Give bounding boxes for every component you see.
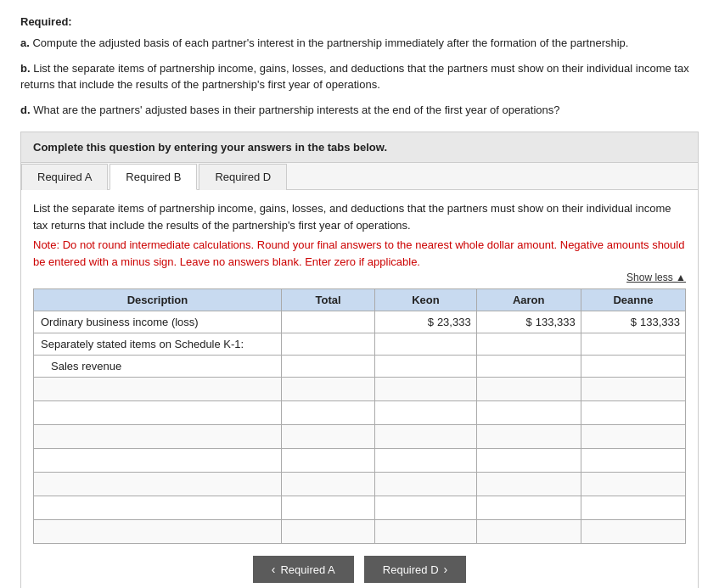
row-deanne-ordinary: $ 133,333 (581, 311, 685, 333)
input-total-e7[interactable] (282, 520, 374, 543)
input-total-e2[interactable] (282, 401, 374, 424)
input-total-e5[interactable] (282, 473, 374, 496)
input-keon-e5[interactable] (375, 473, 475, 496)
input-keon-e6[interactable] (375, 496, 475, 519)
input-total-e4[interactable] (282, 449, 374, 472)
input-keon-e1[interactable] (375, 378, 475, 400)
input-aaron-separate[interactable] (477, 333, 581, 355)
row-keon-separate[interactable] (375, 333, 476, 356)
input-keon-e4[interactable] (375, 449, 475, 472)
input-total-e1[interactable] (282, 378, 374, 400)
input-keon-e2[interactable] (375, 401, 475, 424)
input-aaron-e1[interactable] (477, 378, 581, 400)
input-deanne-e2[interactable] (581, 401, 685, 424)
input-deanne-e6[interactable] (581, 496, 685, 519)
table-row (34, 473, 686, 496)
tabs-container: Required A Required B Required D List th… (20, 163, 699, 588)
input-total-ordinary[interactable] (282, 311, 374, 333)
cell-keon-ordinary: $ 23,333 (375, 311, 475, 333)
input-deanne-e7[interactable] (581, 520, 685, 543)
input-deanne-separate[interactable] (581, 333, 685, 355)
tabs-header: Required A Required B Required D (21, 163, 698, 190)
show-less[interactable]: Show less ▲ (33, 272, 686, 283)
row-desc-empty-4[interactable] (34, 449, 282, 473)
input-deanne-e1[interactable] (581, 378, 685, 400)
input-aaron-sales[interactable] (477, 356, 581, 377)
input-deanne-e5[interactable] (581, 473, 685, 496)
row-desc-empty-7[interactable] (34, 520, 282, 544)
row-desc-empty-2[interactable] (34, 401, 282, 425)
row-desc-empty-3[interactable] (34, 425, 282, 449)
keon-currency: $ (428, 316, 434, 328)
input-keon-separate[interactable] (375, 333, 475, 355)
row-total-sales[interactable] (281, 356, 374, 378)
row-keon-sales[interactable] (375, 356, 476, 378)
row-deanne-sales[interactable] (581, 356, 685, 378)
question-d: d. What are the partners' adjusted bases… (20, 102, 699, 119)
input-total-sales[interactable] (282, 356, 374, 377)
input-keon-sales[interactable] (375, 356, 475, 377)
row-total-ordinary[interactable] (281, 311, 374, 333)
input-total-separate[interactable] (282, 333, 374, 355)
next-button[interactable]: Required D › (364, 556, 466, 583)
table-row (34, 496, 686, 520)
tab-note: Note: Do not round intermediate calculat… (33, 237, 686, 270)
input-deanne-e4[interactable] (581, 449, 685, 472)
next-button-label: Required D (383, 563, 439, 576)
table-row (34, 401, 686, 425)
row-desc-ordinary: Ordinary business income (loss) (34, 311, 282, 333)
input-desc-empty-6[interactable] (41, 500, 276, 516)
input-total-e3[interactable] (282, 425, 374, 448)
table-row-subheader: Separately stated items on Schedule K-1: (34, 333, 686, 356)
input-desc-empty-5[interactable] (41, 476, 276, 492)
input-desc-empty-7[interactable] (41, 524, 276, 540)
show-less-label[interactable]: Show less ▲ (626, 272, 686, 283)
input-total-e6[interactable] (282, 496, 374, 519)
input-deanne-e3[interactable] (581, 425, 685, 448)
input-aaron-e7[interactable] (477, 520, 581, 543)
input-keon-e3[interactable] (375, 425, 475, 448)
input-desc-empty-4[interactable] (41, 452, 276, 468)
input-deanne-sales[interactable] (581, 356, 685, 377)
aaron-currency: $ (526, 316, 532, 328)
prev-arrow-icon: ‹ (272, 563, 276, 576)
question-a: a. Compute the adjusted basis of each pa… (20, 35, 699, 52)
row-desc-empty-6[interactable] (34, 496, 282, 520)
row-aaron-ordinary: $ 133,333 (476, 311, 581, 333)
col-header-deanne: Deanne (581, 289, 685, 311)
row-aaron-separate[interactable] (476, 333, 581, 356)
row-keon-ordinary: $ 23,333 (375, 311, 476, 333)
input-aaron-e3[interactable] (477, 425, 581, 448)
question-b: b. List the separate items of partnershi… (20, 60, 699, 93)
keon-value: 23,333 (437, 316, 471, 328)
input-aaron-e5[interactable] (477, 473, 581, 496)
prev-button[interactable]: ‹ Required A (253, 556, 354, 583)
row-desc-empty-5[interactable] (34, 473, 282, 496)
row-deanne-separate[interactable] (581, 333, 685, 356)
complete-box-text: Complete this question by entering your … (33, 141, 387, 154)
next-arrow-icon: › (444, 563, 448, 576)
input-keon-e7[interactable] (375, 520, 475, 543)
input-desc-empty-2[interactable] (41, 405, 276, 421)
row-desc-empty-1[interactable] (34, 378, 282, 401)
table-row: Ordinary business income (loss) $ 23,333… (34, 311, 686, 333)
input-aaron-e6[interactable] (477, 496, 581, 519)
input-aaron-e2[interactable] (477, 401, 581, 424)
data-table: Description Total Keon Aaron Deanne Ordi… (33, 288, 686, 544)
row-aaron-sales[interactable] (476, 356, 581, 378)
input-desc-empty-3[interactable] (41, 428, 276, 445)
table-row (34, 425, 686, 449)
input-desc-empty-1[interactable] (51, 381, 276, 397)
nav-buttons: ‹ Required A Required D › (33, 544, 686, 586)
row-total-separate[interactable] (281, 333, 374, 356)
cell-aaron-ordinary: $ 133,333 (477, 311, 581, 333)
tab-required-a[interactable]: Required A (21, 164, 108, 190)
deanne-currency: $ (631, 316, 637, 328)
cell-deanne-ordinary: $ 133,333 (581, 311, 685, 333)
tab-required-b[interactable]: Required B (110, 164, 197, 190)
tab-required-d[interactable]: Required D (199, 164, 287, 190)
question-b-letter: b. (20, 62, 31, 75)
input-aaron-e4[interactable] (477, 449, 581, 472)
col-header-description: Description (34, 289, 282, 311)
col-header-aaron: Aaron (476, 289, 581, 311)
